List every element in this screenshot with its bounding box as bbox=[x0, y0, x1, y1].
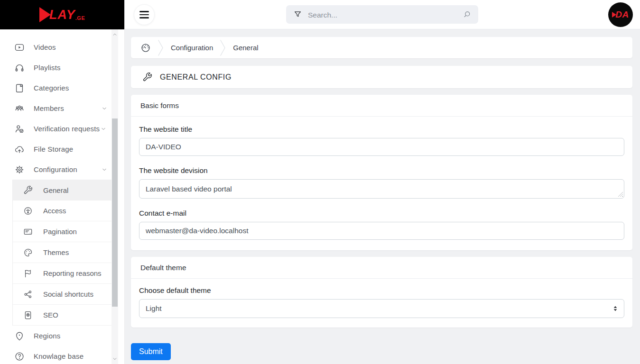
field-label: Contact e-mail bbox=[139, 209, 624, 218]
sidebar-item-knowlage-base[interactable]: Knowlage base bbox=[0, 346, 124, 364]
person-check-icon bbox=[14, 124, 25, 134]
admin-app: LAY .GE Videos Playlists bbox=[0, 0, 640, 364]
journal-bookmark-icon bbox=[14, 83, 25, 93]
chevron-down-icon bbox=[102, 106, 107, 111]
filter-icon[interactable] bbox=[293, 10, 302, 19]
choose-theme-field: Choose default theme Light bbox=[139, 286, 624, 318]
submenu-item-label: Themes bbox=[43, 248, 69, 256]
submenu-item-label: SEO bbox=[43, 311, 58, 319]
accessibility-icon bbox=[23, 206, 33, 216]
topbar: DA bbox=[125, 0, 640, 29]
select-stepper-icon bbox=[612, 305, 619, 312]
page-title-bar: GENERAL CONFIG bbox=[131, 66, 632, 88]
question-circle-icon bbox=[14, 351, 25, 362]
scroll-down-icon[interactable] bbox=[111, 355, 118, 363]
scroll-up-icon[interactable] bbox=[111, 30, 118, 39]
sidebar-item-label: Configuration bbox=[34, 165, 77, 173]
submenu-item-label: General bbox=[43, 186, 68, 194]
field-label: The website title bbox=[139, 125, 624, 134]
sidebar-item-label: File Storage bbox=[34, 145, 73, 153]
breadcrumb-item-configuration[interactable]: Configuration bbox=[171, 44, 213, 52]
default-theme-select[interactable]: Light bbox=[139, 299, 624, 318]
gear-icon bbox=[14, 164, 25, 175]
submenu-item-general[interactable]: General bbox=[13, 180, 112, 200]
sidebar-item-members[interactable]: Members bbox=[0, 98, 124, 118]
submenu-item-label: Pagination bbox=[43, 228, 77, 236]
field-label: The website devision bbox=[139, 166, 624, 175]
card-title: Default theme bbox=[131, 257, 632, 279]
play-ge-logo[interactable]: LAY .GE bbox=[39, 7, 85, 22]
sidebar-item-label: Verification requests bbox=[34, 125, 100, 133]
sidebar-item-label: Regions bbox=[34, 332, 60, 340]
contact-email-field: Contact e-mail bbox=[139, 209, 624, 240]
submit-button[interactable]: Submit bbox=[131, 343, 171, 360]
sidebar-item-file-storage[interactable]: File Storage bbox=[0, 139, 124, 159]
logo-word: LAY bbox=[49, 9, 75, 21]
card-title: Basic forms bbox=[131, 95, 632, 117]
hamburger-icon bbox=[139, 11, 149, 12]
geo-pin-icon bbox=[14, 331, 25, 341]
cloud-upload-icon bbox=[14, 144, 25, 155]
website-title-input[interactable] bbox=[139, 138, 624, 156]
user-avatar[interactable]: DA bbox=[608, 2, 633, 27]
sidebar-item-categories[interactable]: Categories bbox=[0, 78, 124, 98]
hamburger-icon bbox=[139, 14, 149, 15]
logo-header: LAY .GE bbox=[0, 0, 124, 29]
chevron-down-icon bbox=[102, 167, 107, 173]
search-input[interactable] bbox=[307, 5, 459, 25]
wrench-icon bbox=[23, 185, 33, 195]
basic-forms-card: Basic forms The website title The websit… bbox=[131, 95, 632, 250]
breadcrumb-separator-icon bbox=[219, 39, 227, 57]
breadcrumb-item-general: General bbox=[233, 44, 258, 52]
search-icon[interactable] bbox=[463, 10, 472, 19]
submenu-item-label: Social shortcuts bbox=[43, 290, 93, 298]
submenu-item-seo[interactable]: SEO bbox=[13, 305, 112, 326]
dashboard-speedometer-icon[interactable] bbox=[140, 43, 151, 53]
sidebar-item-playlists[interactable]: Playlists bbox=[0, 57, 124, 78]
selected-option: Light bbox=[146, 304, 162, 313]
hamburger-icon bbox=[139, 17, 149, 18]
submenu-item-access[interactable]: Access bbox=[13, 200, 112, 221]
main-content: Configuration General GENERAL CONFIG Bas… bbox=[125, 29, 640, 364]
sidebar-nav: Videos Playlists Categories bbox=[0, 29, 124, 364]
headphones-icon bbox=[14, 63, 25, 73]
breadcrumb-separator-icon bbox=[157, 39, 165, 57]
card-lines-icon bbox=[23, 227, 33, 237]
sidebar-item-verification-requests[interactable]: Verification requests bbox=[0, 118, 124, 139]
menu-toggle-button[interactable] bbox=[134, 4, 155, 25]
submenu-item-reporting-reasons[interactable]: Reporting reasons bbox=[13, 263, 112, 284]
sidebar-item-regions[interactable]: Regions bbox=[0, 326, 124, 346]
sidebar-item-label: Categories bbox=[34, 84, 69, 92]
sidebar-scrollbar[interactable] bbox=[111, 29, 118, 364]
share-nodes-icon bbox=[23, 290, 33, 299]
breadcrumb: Configuration General bbox=[131, 37, 632, 58]
sidebar-item-videos[interactable]: Videos bbox=[0, 37, 124, 57]
default-theme-card: Default theme Choose default theme Light bbox=[131, 257, 632, 328]
website-devision-textarea[interactable]: Laravel based video portal bbox=[139, 179, 624, 199]
submenu-item-pagination[interactable]: Pagination bbox=[13, 221, 112, 242]
sidebar-item-label: Playlists bbox=[34, 64, 61, 72]
sidebar-item-label: Members bbox=[34, 104, 64, 112]
submenu-item-label: Reporting reasons bbox=[43, 269, 102, 277]
contact-email-input[interactable] bbox=[139, 222, 624, 240]
scrollbar-thumb[interactable] bbox=[112, 118, 118, 307]
sidebar-item-label: Knowlage base bbox=[34, 352, 83, 360]
website-devision-field: The website devision Laravel based video… bbox=[139, 166, 624, 199]
page-title: GENERAL CONFIG bbox=[160, 73, 232, 82]
sidebar-item-configuration[interactable]: Configuration bbox=[0, 159, 124, 180]
chevron-down-icon bbox=[101, 126, 106, 132]
palette-icon bbox=[23, 248, 33, 257]
search-box bbox=[286, 5, 478, 24]
journal-arrow-icon bbox=[23, 310, 33, 320]
field-label: Choose default theme bbox=[139, 286, 624, 295]
submenu-item-themes[interactable]: Themes bbox=[13, 242, 112, 263]
configuration-submenu: General Access bbox=[12, 180, 112, 326]
avatar-initials: DA bbox=[615, 9, 629, 20]
submenu-item-label: Access bbox=[43, 207, 66, 215]
people-group-icon bbox=[14, 103, 25, 114]
sidebar: LAY .GE Videos Playlists bbox=[0, 0, 125, 364]
wrench-icon bbox=[142, 72, 152, 82]
logo-tld: .GE bbox=[75, 15, 85, 21]
flag-icon bbox=[23, 269, 33, 278]
submenu-item-social-shortcuts[interactable]: Social shortcuts bbox=[13, 284, 112, 305]
